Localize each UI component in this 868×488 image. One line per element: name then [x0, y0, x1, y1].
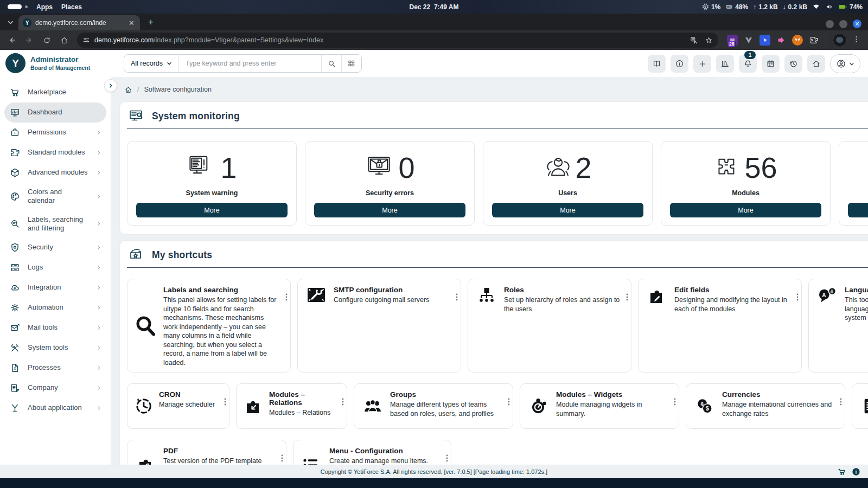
shortcut-fields-picklists[interactable]: Fields – Picklists Customize Picklist va…	[852, 383, 868, 429]
site-settings-icon[interactable]	[82, 36, 90, 44]
sidebar-item-processes[interactable]: Processes	[4, 358, 106, 378]
kebab-menu-icon[interactable]	[840, 398, 842, 408]
tab-search-button[interactable]	[3, 15, 17, 29]
back-button[interactable]	[4, 33, 20, 48]
cart-icon[interactable]	[838, 467, 846, 476]
hierarchy-icon	[474, 285, 500, 367]
sidebar-item-integration[interactable]: Integration	[4, 278, 106, 298]
sidebar-item-colors-calendar[interactable]: Colors and calendar	[4, 183, 106, 210]
kebab-menu-icon[interactable]	[446, 454, 448, 464]
shortcut-labels-searching[interactable]: Labels and searching This panel allows f…	[127, 279, 291, 373]
chevron-right-icon	[96, 194, 102, 200]
kebab-menu-icon[interactable]	[342, 398, 344, 408]
shortcut-smtp[interactable]: SMTP configuration Configure outgoing ma…	[297, 279, 461, 373]
kebab-menu-icon[interactable]	[626, 293, 628, 303]
profile-avatar[interactable]	[833, 33, 847, 47]
sidebar-item-about[interactable]: About application	[4, 398, 106, 418]
home-button[interactable]	[807, 55, 825, 73]
sidebar-item-automation[interactable]: Automation	[4, 298, 106, 318]
shortcut-language-management[interactable]: Aŏ Language Management This tool helps t…	[808, 279, 868, 373]
shortcut-currencies[interactable]: ¢$ Currencies Manage international curre…	[686, 383, 845, 429]
sidebar-item-permissions[interactable]: Permissions	[4, 123, 106, 143]
user-menu-button[interactable]	[830, 54, 860, 73]
shortcut-roles[interactable]: Roles Set up hierarchy of roles and assi…	[468, 279, 631, 373]
app-footer: Copyright © YetiForce S.A. All rights re…	[0, 465, 868, 478]
calendar-button[interactable]	[762, 55, 780, 73]
sidebar-collapse-button[interactable]	[104, 79, 117, 92]
knowledge-base-button[interactable]	[648, 55, 666, 73]
maximize-button[interactable]	[839, 20, 847, 28]
places-menu[interactable]: Places	[61, 3, 82, 11]
sidebar-item-logs[interactable]: Logs	[4, 258, 106, 278]
more-button[interactable]: More	[136, 203, 288, 217]
chevron-right-icon	[96, 170, 102, 176]
search-button[interactable]	[321, 55, 341, 72]
search-input[interactable]	[179, 55, 321, 72]
kebab-menu-icon[interactable]	[281, 454, 283, 464]
reload-button[interactable]	[39, 33, 54, 48]
system-top-bar: Apps Places Dec 22 7:49 AM 1% 48% ↑ 1.2 …	[0, 0, 868, 14]
sidebar-item-system-tools[interactable]: System tools	[4, 338, 106, 358]
quick-create-button[interactable]	[693, 55, 711, 73]
label-search-icon	[10, 219, 20, 229]
sidebar-item-labels-searching[interactable]: Labels, searching and filtering	[4, 210, 106, 238]
shortcut-modules-widgets[interactable]: Modules – Widgets Module managing widget…	[520, 383, 679, 429]
extensions-puzzle-icon[interactable]	[808, 35, 819, 46]
browser-menu-icon[interactable]	[852, 35, 860, 46]
kebab-menu-icon[interactable]	[285, 293, 288, 303]
library-button[interactable]	[716, 55, 734, 73]
metamask-icon[interactable]	[792, 35, 803, 46]
workspace-indicator[interactable]	[8, 4, 28, 9]
brand[interactable]: Y Administrator Board of Management	[5, 53, 106, 73]
sidebar-item-mail-tools[interactable]: Mail tools	[4, 318, 106, 338]
info-circle-icon[interactable]	[852, 467, 860, 476]
kebab-menu-icon[interactable]	[508, 398, 510, 408]
sidebar-item-advanced-modules[interactable]: Advanced modules	[4, 163, 106, 183]
kebab-menu-icon[interactable]	[674, 398, 676, 408]
shortcut-modules-relations[interactable]: Modules – Relations Modules – Relations	[236, 383, 347, 429]
v-extension-icon[interactable]	[743, 35, 754, 46]
minimize-button[interactable]	[826, 20, 834, 28]
sidebar-item-standard-modules[interactable]: Standard modules	[4, 143, 106, 163]
shortcut-cron[interactable]: CRON Manage scheduler	[127, 383, 229, 429]
more-button[interactable]: More	[670, 203, 821, 217]
cursor-extension-icon[interactable]	[760, 35, 770, 46]
more-button[interactable]: More	[314, 203, 465, 217]
breadcrumb-page[interactable]: Software configuration	[144, 86, 211, 93]
url-bar[interactable]: demo.yetiforce.com/index.php?module=Vtig…	[77, 33, 718, 48]
shortcut-pdf[interactable]: PDF Test version of the PDF template con…	[127, 440, 286, 465]
history-button[interactable]	[784, 55, 802, 73]
sidebar-item-dashboard[interactable]: Dashboard	[4, 102, 106, 123]
notifications-button[interactable]: 1	[739, 55, 757, 73]
calendar-extension-icon[interactable]: ▦28	[727, 35, 738, 46]
more-button[interactable]: More	[848, 203, 868, 217]
kebab-menu-icon[interactable]	[456, 293, 458, 303]
breadcrumb-home-icon[interactable]	[124, 86, 132, 94]
browser-home-button[interactable]	[56, 33, 72, 48]
arrow-extension-icon[interactable]	[776, 35, 787, 46]
cube-icon	[10, 168, 20, 178]
desktop-strip	[0, 478, 868, 488]
translate-icon[interactable]	[690, 36, 698, 44]
new-tab-button[interactable]: +	[144, 16, 157, 29]
sidebar-item-marketplace[interactable]: Marketplace	[4, 82, 106, 102]
shortcut-edit-fields[interactable]: Edit fields Designing and modifying the …	[638, 279, 802, 373]
search-scope-dropdown[interactable]: All records	[124, 55, 179, 72]
kebab-menu-icon[interactable]	[796, 293, 799, 303]
info-button[interactable]	[671, 55, 688, 73]
bookmark-star-icon[interactable]	[705, 36, 713, 44]
shortcut-menu-configuration[interactable]: Menu - Configuration Create and manage m…	[293, 440, 451, 465]
shortcut-groups[interactable]: Groups Manage different types of teams b…	[354, 383, 513, 429]
browser-tab[interactable]: Y demo.yetiforce.com/inde ✕	[18, 15, 140, 30]
yetiforce-icon	[10, 403, 20, 413]
forward-button[interactable]	[22, 33, 37, 48]
apps-menu[interactable]: Apps	[36, 3, 53, 11]
tab-close-icon[interactable]: ✕	[127, 18, 136, 28]
more-button[interactable]: More	[492, 203, 643, 217]
kebab-menu-icon[interactable]	[224, 398, 226, 408]
sidebar-item-company[interactable]: Company	[4, 378, 106, 398]
clock[interactable]: Dec 22 7:49 AM	[410, 3, 459, 11]
grid-view-button[interactable]	[341, 55, 361, 72]
window-close-button[interactable]: ✕	[853, 20, 861, 28]
sidebar-item-security[interactable]: Security	[4, 237, 106, 258]
